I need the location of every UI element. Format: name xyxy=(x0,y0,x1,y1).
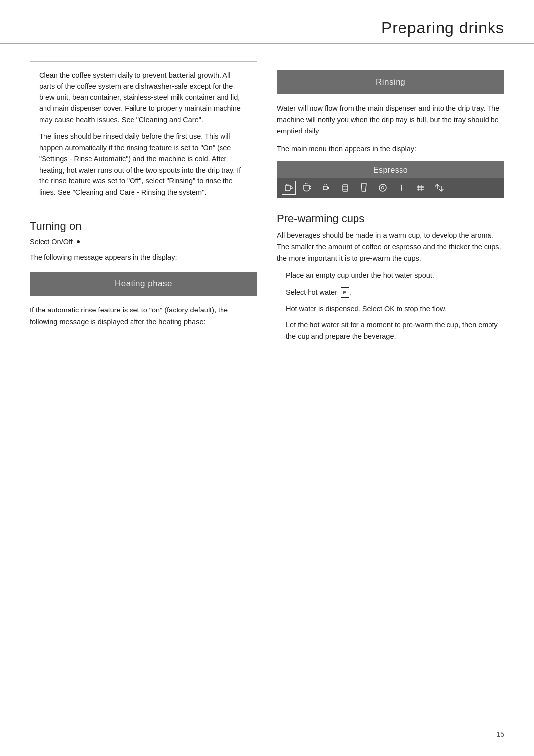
espresso-icon-coffee-small[interactable] xyxy=(282,181,296,195)
espresso-icon-info[interactable] xyxy=(395,181,408,195)
svg-rect-0 xyxy=(343,185,348,191)
svg-point-6 xyxy=(401,185,402,186)
espresso-icon-settings[interactable] xyxy=(376,181,390,195)
espresso-display: Espresso xyxy=(277,161,504,198)
right-column: Rinsing Water will now flow from the mai… xyxy=(277,61,504,347)
rinsing-body-1: Water will now flow from the main dispen… xyxy=(277,103,504,137)
svg-point-3 xyxy=(379,184,386,191)
page-title: Preparing drinks xyxy=(0,0,534,44)
page-number: 15 xyxy=(496,730,504,738)
espresso-icon-arrows[interactable] xyxy=(432,181,446,195)
rinsing-body-2: The main menu then appears in the displa… xyxy=(277,143,504,155)
espresso-icon-coffee-large[interactable] xyxy=(301,181,314,195)
espresso-icon-tall-glass[interactable] xyxy=(357,181,371,195)
hot-water-symbol: ⊟ xyxy=(341,287,349,298)
info-paragraph-1: Clean the coffee system daily to prevent… xyxy=(39,70,248,125)
svg-point-4 xyxy=(382,186,384,189)
info-paragraph-2: The lines should be rinsed daily before … xyxy=(39,131,248,198)
espresso-title: Espresso xyxy=(277,161,504,178)
after-heating-text: If the automatic rinse feature is set to… xyxy=(30,305,257,327)
espresso-icon-row xyxy=(277,178,504,198)
following-message-text: The following message appears in the dis… xyxy=(30,252,257,263)
pre-warming-step-2: Select hot water ⊟. xyxy=(277,287,504,298)
pre-warming-step-4: Let the hot water sit for a moment to pr… xyxy=(277,319,504,342)
pre-warming-step-3: Hot water is dispensed. Select OK to sto… xyxy=(277,303,504,314)
pre-warming-body-1: All beverages should be made in a warm c… xyxy=(277,230,504,265)
pre-warming-heading: Pre-warming cups xyxy=(277,212,504,225)
heating-phase-display: Heating phase xyxy=(30,272,257,296)
turning-on-heading: Turning on xyxy=(30,220,257,233)
pre-warming-step-1: Place an empty cup under the hot water s… xyxy=(277,270,504,281)
select-onoff-text: Select On/Off xyxy=(30,238,257,246)
espresso-icon-espresso[interactable] xyxy=(319,181,333,195)
dot-symbol xyxy=(77,240,80,243)
info-box: Clean the coffee system daily to prevent… xyxy=(30,61,257,206)
left-column: Clean the coffee system daily to prevent… xyxy=(30,61,257,347)
rinsing-display: Rinsing xyxy=(277,70,504,94)
espresso-icon-milk[interactable] xyxy=(338,181,352,195)
espresso-icon-grid[interactable] xyxy=(413,181,427,195)
